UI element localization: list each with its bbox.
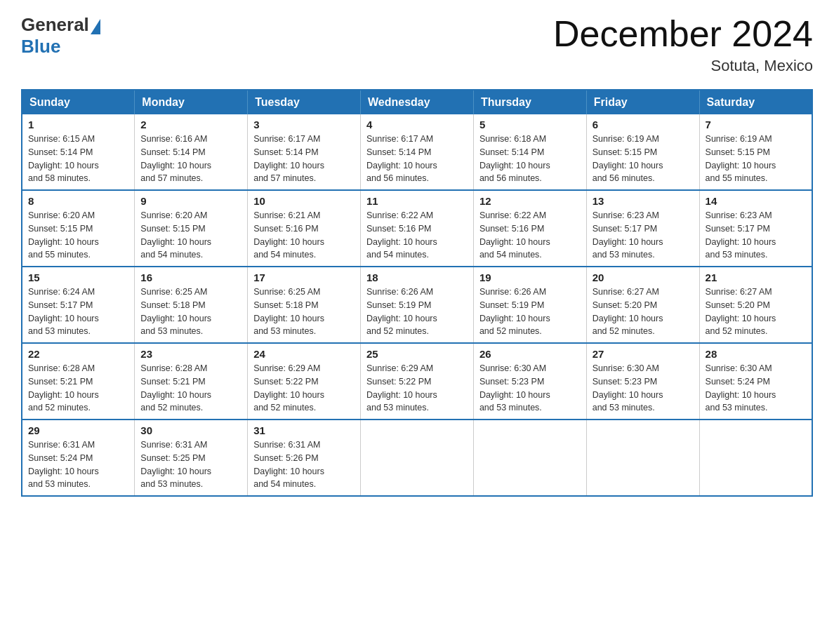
calendar-week-row: 29 Sunrise: 6:31 AM Sunset: 5:24 PM Dayl…	[22, 420, 812, 496]
day-number: 11	[366, 195, 468, 207]
header-thursday: Thursday	[473, 90, 586, 114]
calendar-header: Sunday Monday Tuesday Wednesday Thursday…	[22, 90, 812, 114]
calendar-cell: 1 Sunrise: 6:15 AM Sunset: 5:14 PM Dayli…	[22, 114, 135, 190]
calendar-cell: 9 Sunrise: 6:20 AM Sunset: 5:15 PM Dayli…	[135, 190, 248, 267]
calendar-cell: 27 Sunrise: 6:30 AM Sunset: 5:23 PM Dayl…	[586, 343, 699, 420]
day-number: 23	[140, 348, 241, 360]
day-info: Sunrise: 6:29 AM Sunset: 5:22 PM Dayligh…	[366, 362, 468, 415]
calendar-cell: 25 Sunrise: 6:29 AM Sunset: 5:22 PM Dayl…	[361, 343, 474, 420]
calendar-cell: 28 Sunrise: 6:30 AM Sunset: 5:24 PM Dayl…	[699, 343, 812, 420]
calendar-cell: 13 Sunrise: 6:23 AM Sunset: 5:17 PM Dayl…	[586, 190, 699, 267]
day-number: 14	[706, 195, 806, 207]
calendar-cell	[586, 420, 699, 496]
calendar-cell: 5 Sunrise: 6:18 AM Sunset: 5:14 PM Dayli…	[473, 114, 586, 190]
day-info: Sunrise: 6:28 AM Sunset: 5:21 PM Dayligh…	[140, 362, 241, 415]
calendar-cell	[473, 420, 586, 496]
day-info: Sunrise: 6:30 AM Sunset: 5:23 PM Dayligh…	[479, 362, 581, 415]
day-number: 26	[479, 348, 581, 360]
calendar-table: Sunday Monday Tuesday Wednesday Thursday…	[21, 89, 813, 497]
day-info: Sunrise: 6:25 AM Sunset: 5:18 PM Dayligh…	[253, 286, 355, 338]
day-info: Sunrise: 6:27 AM Sunset: 5:20 PM Dayligh…	[593, 286, 694, 338]
calendar-week-row: 8 Sunrise: 6:20 AM Sunset: 5:15 PM Dayli…	[22, 190, 812, 267]
calendar-location: Sotuta, Mexico	[553, 57, 813, 75]
calendar-body: 1 Sunrise: 6:15 AM Sunset: 5:14 PM Dayli…	[22, 114, 812, 496]
calendar-cell: 4 Sunrise: 6:17 AM Sunset: 5:14 PM Dayli…	[361, 114, 474, 190]
logo-triangle-icon	[91, 19, 100, 34]
day-number: 9	[140, 195, 241, 207]
calendar-cell: 11 Sunrise: 6:22 AM Sunset: 5:16 PM Dayl…	[361, 190, 474, 267]
calendar-cell: 6 Sunrise: 6:19 AM Sunset: 5:15 PM Dayli…	[586, 114, 699, 190]
calendar-title: December 2024	[553, 14, 813, 54]
calendar-cell: 15 Sunrise: 6:24 AM Sunset: 5:17 PM Dayl…	[22, 267, 135, 343]
title-block: December 2024 Sotuta, Mexico	[553, 14, 813, 75]
calendar-cell: 26 Sunrise: 6:30 AM Sunset: 5:23 PM Dayl…	[473, 343, 586, 420]
calendar-cell: 29 Sunrise: 6:31 AM Sunset: 5:24 PM Dayl…	[22, 420, 135, 496]
calendar-cell: 23 Sunrise: 6:28 AM Sunset: 5:21 PM Dayl…	[135, 343, 248, 420]
day-number: 24	[253, 348, 355, 360]
day-info: Sunrise: 6:28 AM Sunset: 5:21 PM Dayligh…	[28, 362, 128, 415]
day-number: 7	[706, 119, 806, 130]
header-saturday: Saturday	[699, 90, 812, 114]
day-info: Sunrise: 6:31 AM Sunset: 5:25 PM Dayligh…	[140, 438, 241, 491]
calendar-cell: 22 Sunrise: 6:28 AM Sunset: 5:21 PM Dayl…	[22, 343, 135, 420]
header-sunday: Sunday	[22, 90, 135, 114]
calendar-cell: 17 Sunrise: 6:25 AM Sunset: 5:18 PM Dayl…	[248, 267, 361, 343]
day-info: Sunrise: 6:23 AM Sunset: 5:17 PM Dayligh…	[706, 209, 806, 262]
page-header: General Blue December 2024 Sotuta, Mexic…	[21, 14, 813, 75]
calendar-week-row: 1 Sunrise: 6:15 AM Sunset: 5:14 PM Dayli…	[22, 114, 812, 190]
day-info: Sunrise: 6:17 AM Sunset: 5:14 PM Dayligh…	[253, 133, 355, 185]
day-info: Sunrise: 6:25 AM Sunset: 5:18 PM Dayligh…	[140, 286, 241, 338]
header-tuesday: Tuesday	[248, 90, 361, 114]
days-of-week-row: Sunday Monday Tuesday Wednesday Thursday…	[22, 90, 812, 114]
day-number: 5	[479, 119, 581, 130]
day-info: Sunrise: 6:17 AM Sunset: 5:14 PM Dayligh…	[366, 133, 468, 185]
calendar-cell: 10 Sunrise: 6:21 AM Sunset: 5:16 PM Dayl…	[248, 190, 361, 267]
logo-blue: Blue	[21, 36, 100, 58]
day-info: Sunrise: 6:26 AM Sunset: 5:19 PM Dayligh…	[479, 286, 581, 338]
day-number: 22	[28, 348, 128, 360]
day-info: Sunrise: 6:20 AM Sunset: 5:15 PM Dayligh…	[140, 209, 241, 262]
day-info: Sunrise: 6:26 AM Sunset: 5:19 PM Dayligh…	[366, 286, 468, 338]
day-number: 30	[140, 424, 241, 436]
day-info: Sunrise: 6:30 AM Sunset: 5:23 PM Dayligh…	[593, 362, 694, 415]
day-number: 8	[28, 195, 128, 207]
logo-text: General Blue	[21, 14, 100, 58]
day-number: 6	[593, 119, 694, 130]
day-number: 4	[366, 119, 468, 130]
day-info: Sunrise: 6:30 AM Sunset: 5:24 PM Dayligh…	[706, 362, 806, 415]
day-number: 1	[28, 119, 128, 130]
calendar-cell: 2 Sunrise: 6:16 AM Sunset: 5:14 PM Dayli…	[135, 114, 248, 190]
calendar-cell: 12 Sunrise: 6:22 AM Sunset: 5:16 PM Dayl…	[473, 190, 586, 267]
calendar-cell: 14 Sunrise: 6:23 AM Sunset: 5:17 PM Dayl…	[699, 190, 812, 267]
day-info: Sunrise: 6:19 AM Sunset: 5:15 PM Dayligh…	[706, 133, 806, 185]
day-number: 27	[593, 348, 694, 360]
day-info: Sunrise: 6:27 AM Sunset: 5:20 PM Dayligh…	[706, 286, 806, 338]
calendar-week-row: 15 Sunrise: 6:24 AM Sunset: 5:17 PM Dayl…	[22, 267, 812, 343]
calendar-cell: 19 Sunrise: 6:26 AM Sunset: 5:19 PM Dayl…	[473, 267, 586, 343]
calendar-week-row: 22 Sunrise: 6:28 AM Sunset: 5:21 PM Dayl…	[22, 343, 812, 420]
day-info: Sunrise: 6:22 AM Sunset: 5:16 PM Dayligh…	[479, 209, 581, 262]
day-info: Sunrise: 6:31 AM Sunset: 5:26 PM Dayligh…	[253, 438, 355, 491]
header-monday: Monday	[135, 90, 248, 114]
day-number: 16	[140, 271, 241, 283]
calendar-cell: 18 Sunrise: 6:26 AM Sunset: 5:19 PM Dayl…	[361, 267, 474, 343]
day-number: 31	[253, 424, 355, 436]
day-number: 12	[479, 195, 581, 207]
day-number: 15	[28, 271, 128, 283]
calendar-cell: 7 Sunrise: 6:19 AM Sunset: 5:15 PM Dayli…	[699, 114, 812, 190]
day-number: 25	[366, 348, 468, 360]
logo-general: General	[21, 14, 89, 36]
calendar-cell: 21 Sunrise: 6:27 AM Sunset: 5:20 PM Dayl…	[699, 267, 812, 343]
header-friday: Friday	[586, 90, 699, 114]
calendar-cell: 8 Sunrise: 6:20 AM Sunset: 5:15 PM Dayli…	[22, 190, 135, 267]
day-number: 10	[253, 195, 355, 207]
calendar-cell: 3 Sunrise: 6:17 AM Sunset: 5:14 PM Dayli…	[248, 114, 361, 190]
day-info: Sunrise: 6:31 AM Sunset: 5:24 PM Dayligh…	[28, 438, 128, 491]
logo: General Blue	[21, 14, 100, 58]
day-number: 18	[366, 271, 468, 283]
day-number: 19	[479, 271, 581, 283]
day-info: Sunrise: 6:21 AM Sunset: 5:16 PM Dayligh…	[253, 209, 355, 262]
calendar-cell: 30 Sunrise: 6:31 AM Sunset: 5:25 PM Dayl…	[135, 420, 248, 496]
calendar-cell	[361, 420, 474, 496]
calendar-cell	[699, 420, 812, 496]
